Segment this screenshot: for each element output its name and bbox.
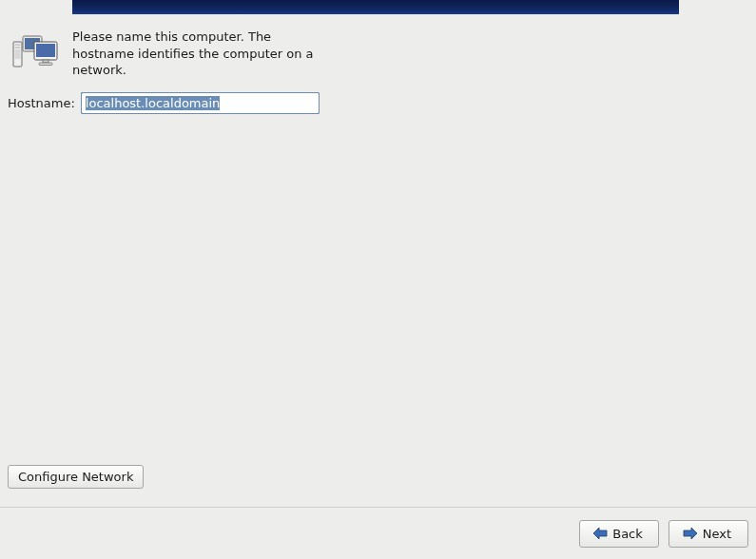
svg-rect-2 [15,47,21,48]
svg-rect-3 [15,49,21,59]
hostname-input[interactable] [81,92,320,114]
svg-rect-9 [39,63,52,66]
hostname-instruction-text: Please name this computer. The hostname … [72,29,324,79]
svg-rect-8 [43,60,48,63]
arrow-right-icon [682,526,699,541]
hostname-label: Hostname: [8,96,75,110]
back-button-label: Back [612,527,643,541]
next-button-label: Next [703,527,731,541]
computer-network-icon [11,32,61,72]
arrow-left-icon [591,526,609,541]
footer-nav: Back Next [0,507,756,559]
svg-rect-7 [36,44,55,57]
header-banner [72,0,679,14]
next-button[interactable]: Next [669,520,748,548]
configure-network-button[interactable]: Configure Network [8,465,144,489]
back-button[interactable]: Back [579,520,659,548]
svg-rect-1 [15,44,21,46]
